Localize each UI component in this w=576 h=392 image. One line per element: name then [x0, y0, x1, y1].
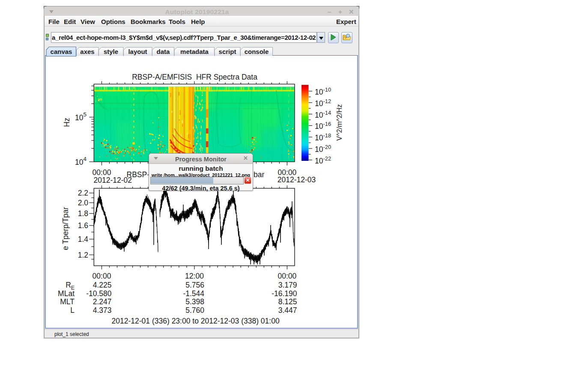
- svg-text:data: data: [157, 48, 170, 55]
- svg-text:-22: -22: [323, 155, 331, 162]
- svg-text:4.225: 4.225: [93, 281, 112, 289]
- svg-text:MLat: MLat: [58, 289, 75, 298]
- svg-text:8.125: 8.125: [278, 297, 297, 306]
- svg-text:bar: bar: [254, 170, 264, 179]
- svg-text:-20: -20: [323, 144, 331, 150]
- svg-text:-16.190: -16.190: [272, 289, 297, 298]
- svg-text:metadata: metadata: [180, 48, 209, 55]
- svg-text:e Tperp/Tpar: e Tperp/Tpar: [61, 207, 70, 250]
- svg-text:-16: -16: [323, 121, 331, 127]
- svg-text:-14: -14: [323, 110, 331, 116]
- svg-text:Hz: Hz: [63, 118, 71, 127]
- svg-text:-18: -18: [323, 132, 331, 139]
- svg-text:10: 10: [315, 145, 323, 154]
- svg-text:1.8: 1.8: [78, 209, 88, 218]
- svg-text:10: 10: [75, 158, 84, 166]
- svg-text:1.6: 1.6: [78, 221, 88, 230]
- svg-text:10: 10: [315, 134, 323, 142]
- svg-text:R: R: [66, 281, 71, 289]
- svg-text:2012-12-01 (336) 23:00 to 2012: 2012-12-01 (336) 23:00 to 2012-12-03 (33…: [112, 317, 280, 325]
- svg-text:style: style: [104, 48, 118, 55]
- svg-text:-10.580: -10.580: [86, 289, 112, 298]
- svg-text:1.4: 1.4: [78, 235, 89, 244]
- svg-text:-12: -12: [323, 98, 331, 104]
- svg-text:10: 10: [315, 111, 323, 119]
- svg-text:10: 10: [315, 99, 323, 108]
- svg-text:5.760: 5.760: [185, 306, 204, 315]
- svg-text:MLT: MLT: [60, 297, 75, 306]
- svg-text:V^2/m^2/Hz: V^2/m^2/Hz: [336, 104, 343, 140]
- svg-text:5.398: 5.398: [185, 297, 204, 306]
- svg-text:2.2: 2.2: [78, 189, 88, 197]
- svg-text:-10: -10: [323, 86, 331, 93]
- svg-text:5: 5: [84, 111, 87, 118]
- svg-text:2.0: 2.0: [78, 199, 89, 207]
- svg-text:L: L: [70, 306, 75, 315]
- svg-text:4: 4: [84, 156, 87, 162]
- svg-text:00:00: 00:00: [278, 272, 297, 280]
- svg-text:3.179: 3.179: [278, 281, 297, 289]
- svg-text:-1.544: -1.544: [183, 289, 204, 298]
- svg-text:2012-12-03: 2012-12-03: [278, 175, 316, 184]
- svg-text:console: console: [245, 48, 269, 55]
- svg-text:5.756: 5.756: [185, 281, 204, 289]
- svg-text:4.373: 4.373: [93, 306, 112, 315]
- svg-text:layout: layout: [128, 48, 147, 55]
- svg-text:10: 10: [315, 157, 323, 165]
- svg-text:10: 10: [315, 122, 323, 131]
- svg-text:canvas: canvas: [51, 48, 72, 55]
- svg-text:RBSP-A/EMFISIS HFR Spectra Da: RBSP-A/EMFISIS HFR Spectra Data: [132, 73, 257, 81]
- svg-text:2.247: 2.247: [93, 297, 112, 306]
- svg-text:axes: axes: [80, 48, 94, 55]
- svg-text:script: script: [219, 48, 236, 55]
- svg-text:3.447: 3.447: [278, 306, 297, 315]
- svg-text:12:00: 12:00: [185, 272, 204, 280]
- svg-text:10: 10: [75, 113, 84, 122]
- svg-text:00:00: 00:00: [93, 272, 111, 280]
- svg-text:10: 10: [315, 88, 323, 96]
- svg-text:1.2: 1.2: [78, 251, 88, 259]
